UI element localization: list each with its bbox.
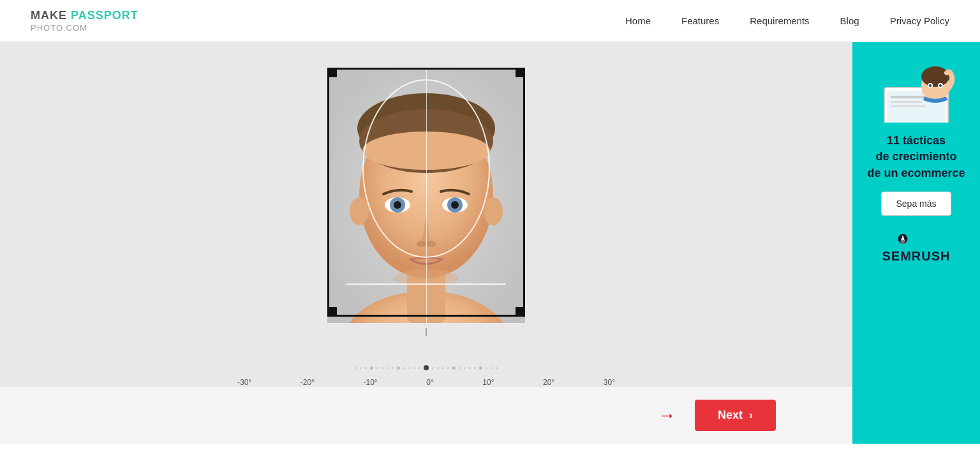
slider-dot	[486, 367, 487, 369]
slider-dot-active	[424, 365, 429, 370]
slider-label-minus10: -10°	[364, 378, 378, 387]
svg-point-16	[350, 197, 369, 225]
svg-point-25	[921, 66, 949, 87]
main-nav: Home Features Requirements Blog Privacy …	[625, 15, 949, 26]
svg-rect-23	[891, 105, 926, 107]
nav-features[interactable]: Features	[681, 15, 719, 26]
svg-rect-21	[891, 96, 929, 98]
slider-dot-major	[479, 366, 482, 370]
nav-blog[interactable]: Blog	[840, 15, 859, 26]
svg-point-28	[929, 84, 932, 87]
slider-dot	[447, 367, 449, 369]
slider-dot-major	[370, 366, 373, 370]
ad-text: 11 tácticasde crecimientode un ecommerce	[867, 133, 965, 181]
slider-dot	[432, 367, 434, 369]
semrush-icon	[897, 231, 935, 246]
nav-requirements[interactable]: Requirements	[750, 15, 809, 26]
slider-dot	[464, 367, 466, 369]
ad-illustration	[872, 52, 961, 123]
slider-dot-major	[397, 366, 400, 370]
slider-dots	[235, 365, 618, 370]
slider-dot	[496, 367, 498, 369]
logo-bottom: PHOTO.COM	[31, 23, 138, 33]
slider-dot	[403, 367, 405, 369]
slider-dot	[469, 367, 471, 369]
photo-container[interactable]	[327, 68, 525, 323]
rotation-tick-mark	[426, 328, 427, 336]
header: MAKE PASSPORT PHOTO.COM Home Features Re…	[0, 0, 980, 42]
slider-label-plus10: 10°	[482, 378, 494, 387]
slider-dot	[442, 367, 444, 369]
slider-dot	[382, 367, 383, 369]
slider-dot	[413, 367, 415, 369]
next-chevron-icon: ›	[749, 409, 753, 422]
slider-dot-major	[452, 366, 456, 370]
vertical-guide-line	[426, 68, 427, 323]
slider-label-plus30: 30°	[604, 378, 615, 387]
next-button-label: Next	[718, 409, 743, 422]
semrush-brand-label: SEMRUSH	[882, 249, 950, 264]
nav-home[interactable]: Home	[625, 15, 651, 26]
logo-make: MAKE	[31, 9, 67, 22]
bottom-section: → Next ›	[0, 387, 852, 444]
slider-dot	[408, 367, 410, 369]
slider-dot	[491, 367, 493, 369]
logo-passport: PASSPORT	[71, 9, 138, 22]
editor-area: -30° -20° -10° 0° 10° 20° 30°	[0, 42, 852, 387]
semrush-logo: SEMRUSH	[882, 231, 950, 264]
content-and-bottom: -30° -20° -10° 0° 10° 20° 30° → Next ›	[0, 42, 852, 444]
slider-label-minus20: -20°	[301, 378, 315, 387]
slider-dot	[437, 367, 439, 369]
slider-dot	[365, 367, 367, 369]
nav-privacy[interactable]: Privacy Policy	[890, 15, 949, 26]
slider-dot	[474, 367, 476, 369]
ad-cta-button[interactable]: Sepa más	[881, 192, 951, 216]
shoulder-guide-line	[346, 283, 506, 285]
ad-cta-label: Sepa más	[896, 199, 936, 209]
slider-label-minus30: -30°	[237, 378, 251, 387]
slider-dot	[387, 367, 389, 369]
rotation-slider-track[interactable]	[235, 361, 618, 374]
rotation-slider-wrap: -30° -20° -10° 0° 10° 20° 30°	[235, 361, 618, 387]
slider-dot	[355, 367, 357, 369]
svg-rect-22	[891, 101, 923, 103]
main-wrap: -30° -20° -10° 0° 10° 20° 30° → Next ›	[0, 42, 980, 444]
slider-label-0: 0°	[426, 378, 433, 387]
logo: MAKE PASSPORT PHOTO.COM	[31, 9, 138, 33]
slider-dot	[392, 367, 394, 369]
next-button[interactable]: Next ›	[695, 400, 776, 431]
ad-sidebar: 11 tácticasde crecimientode un ecommerce…	[852, 42, 980, 444]
slider-label-plus20: 20°	[543, 378, 554, 387]
next-arrow-icon: →	[658, 405, 676, 426]
slider-dot	[459, 367, 461, 369]
svg-point-17	[484, 197, 503, 225]
ad-title-text: 11 tácticasde crecimientode un ecommerce	[867, 134, 965, 179]
slider-dot	[419, 367, 420, 369]
slider-dot	[360, 367, 362, 369]
svg-point-29	[939, 84, 942, 87]
slider-labels: -30° -20° -10° 0° 10° 20° 30°	[235, 378, 618, 387]
ad-illustration-svg	[872, 52, 961, 123]
slider-dot	[376, 367, 378, 369]
